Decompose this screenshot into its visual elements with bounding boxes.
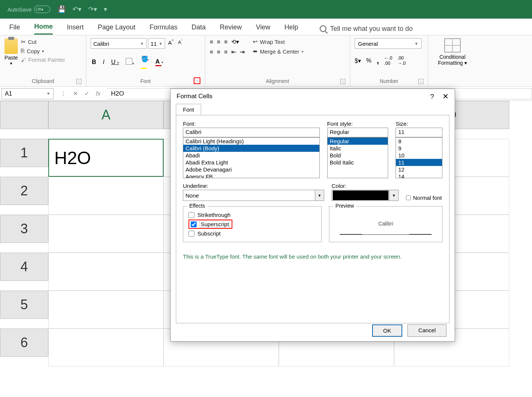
- tab-home[interactable]: Home: [34, 23, 53, 35]
- row-header-4[interactable]: 4: [0, 253, 48, 281]
- paste-label: Paste: [4, 55, 18, 61]
- row-header-1[interactable]: 1: [0, 139, 48, 167]
- ok-button[interactable]: OK: [372, 324, 403, 337]
- normal-font-checkbox[interactable]: Normal font: [406, 195, 442, 201]
- grow-font-button[interactable]: A^: [167, 38, 175, 49]
- cancel-formula-icon[interactable]: ✕: [73, 90, 78, 97]
- search-icon: [320, 25, 326, 32]
- paste-button[interactable]: Paste ▼: [4, 38, 18, 65]
- increase-decimal-button[interactable]: ←.0.00: [384, 55, 392, 66]
- font-listbox[interactable]: Calibri Light (Headings) Calibri (Body) …: [183, 137, 320, 178]
- scissors-icon: [21, 38, 26, 45]
- font-size-combo[interactable]: 11▼: [148, 38, 165, 49]
- autosave-toggle[interactable]: AutoSave Off ●: [7, 6, 50, 13]
- cut-button[interactable]: Cut: [21, 38, 65, 45]
- save-icon[interactable]: 💾: [58, 5, 66, 13]
- align-bottom-button[interactable]: ≡: [224, 39, 228, 45]
- tab-page-layout[interactable]: Page Layout: [98, 23, 135, 34]
- size-listbox[interactable]: 8 9 10 11 12 14: [396, 137, 442, 178]
- tab-data[interactable]: Data: [191, 23, 206, 34]
- subscript-checkbox[interactable]: Subscript: [188, 230, 316, 237]
- font-style-listbox[interactable]: Regular Italic Bold Bold Italic: [327, 137, 388, 178]
- tab-file[interactable]: File: [9, 23, 20, 34]
- dialog-title: Format Cells: [177, 93, 212, 100]
- dropdown-icon[interactable]: ⋮: [60, 90, 66, 97]
- font-style-textbox[interactable]: Regular: [327, 128, 388, 137]
- align-top-button[interactable]: ≡: [210, 39, 213, 45]
- fill-color-button[interactable]: 🪣▾: [140, 55, 150, 70]
- align-right-button[interactable]: ≡: [224, 49, 228, 55]
- cell-a1[interactable]: H2O: [48, 139, 164, 177]
- border-icon: [126, 58, 132, 65]
- dialog-close-icon[interactable]: ✕: [442, 92, 449, 100]
- number-launcher[interactable]: ⤡: [418, 79, 423, 84]
- select-all-corner[interactable]: [0, 101, 48, 129]
- strikethrough-checkbox[interactable]: Strikethrough: [188, 212, 316, 218]
- format-cells-dialog: Format Cells ? ✕ Font Font: Calibri Cali…: [170, 89, 455, 342]
- row-header-6[interactable]: 6: [0, 329, 48, 357]
- merge-center-button[interactable]: ⬌Merge & Center ▾: [253, 48, 303, 55]
- undo-icon[interactable]: ↶▾: [72, 5, 81, 13]
- redo-icon[interactable]: ↷▾: [88, 5, 97, 13]
- font-name-combo[interactable]: Calibri▼: [91, 38, 146, 49]
- decrease-indent-button[interactable]: ⇤: [231, 48, 236, 55]
- dialog-help-icon[interactable]: ?: [430, 93, 434, 100]
- size-label: Size:: [396, 121, 442, 127]
- underline-button[interactable]: U ▾: [110, 58, 120, 66]
- clipboard-launcher[interactable]: ⤡: [76, 79, 81, 84]
- brush-icon: [21, 57, 26, 63]
- tab-formulas[interactable]: Formulas: [149, 23, 177, 34]
- tab-help[interactable]: Help: [284, 23, 298, 34]
- tell-me-search[interactable]: Tell me what you want to do: [320, 25, 413, 33]
- color-combo[interactable]: ▼: [332, 190, 399, 201]
- tab-view[interactable]: View: [256, 23, 270, 34]
- number-group-label: Number: [380, 78, 399, 84]
- row-header-2[interactable]: 2: [0, 177, 48, 205]
- cell-a2[interactable]: [48, 177, 164, 215]
- cancel-button[interactable]: Cancel: [407, 324, 446, 337]
- clipboard-group-label: Clipboard: [32, 78, 54, 84]
- enter-formula-icon[interactable]: ✓: [84, 90, 89, 97]
- font-color-button[interactable]: A▾: [154, 58, 164, 67]
- col-header-a[interactable]: A: [48, 101, 164, 129]
- decrease-decimal-button[interactable]: .00→.0: [397, 55, 406, 66]
- conditional-formatting-button[interactable]: Conditional Formatting ▾: [438, 38, 467, 66]
- shrink-font-button[interactable]: Aˇ: [177, 38, 184, 49]
- format-painter-button[interactable]: Format Painter: [21, 57, 65, 63]
- tab-review[interactable]: Review: [220, 23, 242, 34]
- fx-icon[interactable]: fx: [96, 90, 100, 97]
- percent-button[interactable]: %: [366, 57, 371, 64]
- font-textbox[interactable]: Calibri: [183, 128, 320, 137]
- qat-customize-icon[interactable]: ▾: [104, 5, 107, 13]
- name-box[interactable]: A1▼: [1, 88, 54, 99]
- font-launcher[interactable]: ⤡: [194, 77, 200, 84]
- preview-box: Calibri: [340, 212, 432, 235]
- comma-button[interactable]: ,: [377, 56, 379, 65]
- align-center-button[interactable]: ≡: [217, 49, 220, 55]
- accounting-format-button[interactable]: $▾: [355, 57, 361, 64]
- bold-button[interactable]: B: [91, 58, 97, 66]
- border-button[interactable]: ▾: [125, 57, 135, 67]
- font-group-label: Font: [140, 78, 151, 84]
- fill-icon: 🪣: [141, 55, 147, 69]
- dialog-tab-font[interactable]: Font: [176, 104, 201, 115]
- row-header-3[interactable]: 3: [0, 215, 48, 243]
- align-left-button[interactable]: ≡: [210, 49, 213, 55]
- alignment-launcher[interactable]: ⤡: [340, 79, 345, 84]
- merge-icon: ⬌: [253, 48, 258, 55]
- italic-button[interactable]: I: [102, 58, 106, 66]
- number-format-combo[interactable]: General▼: [355, 38, 422, 49]
- increase-indent-button[interactable]: ⇥: [240, 48, 245, 55]
- superscript-checkbox[interactable]: Superscript: [188, 220, 232, 229]
- font-color-icon: A: [155, 58, 161, 66]
- orientation-button[interactable]: ⟲▾: [231, 38, 239, 45]
- copy-button[interactable]: Copy ▾: [21, 48, 65, 54]
- row-header-5[interactable]: 5: [0, 291, 48, 319]
- color-swatch: [333, 191, 388, 200]
- tab-insert[interactable]: Insert: [67, 23, 84, 34]
- size-textbox[interactable]: 11: [396, 128, 442, 137]
- tell-me-label: Tell me what you want to do: [330, 25, 413, 33]
- align-middle-button[interactable]: ≡: [217, 39, 220, 45]
- wrap-text-button[interactable]: ↩Wrap Text: [253, 38, 303, 45]
- underline-combo[interactable]: None▼: [183, 190, 324, 201]
